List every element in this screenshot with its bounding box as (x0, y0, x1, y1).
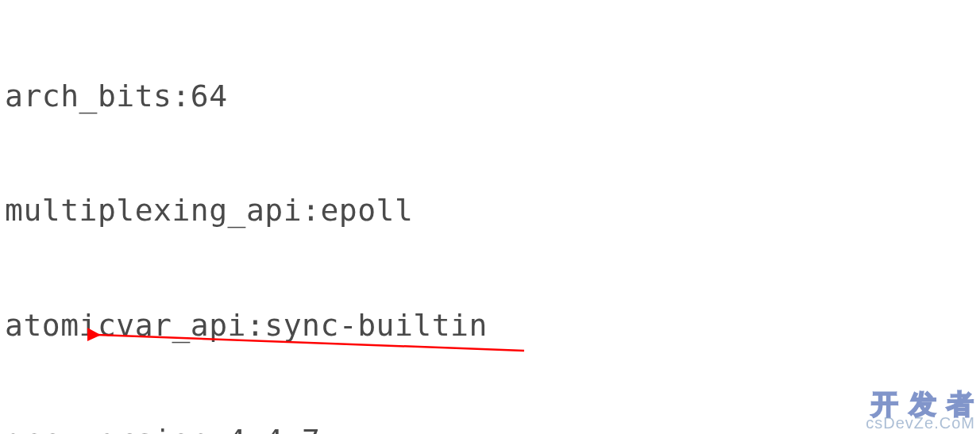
terminal-output: arch_bits:64 multiplexing_api:epoll atom… (0, 0, 980, 434)
info-line-arch-bits: arch_bits:64 (5, 77, 975, 115)
info-line-multiplexing-api: multiplexing_api:epoll (5, 191, 975, 229)
info-line-atomicvar-api: atomicvar_api:sync-builtin (5, 306, 975, 344)
info-line-gcc-version: gcc_version:4.4.7 (5, 421, 975, 434)
